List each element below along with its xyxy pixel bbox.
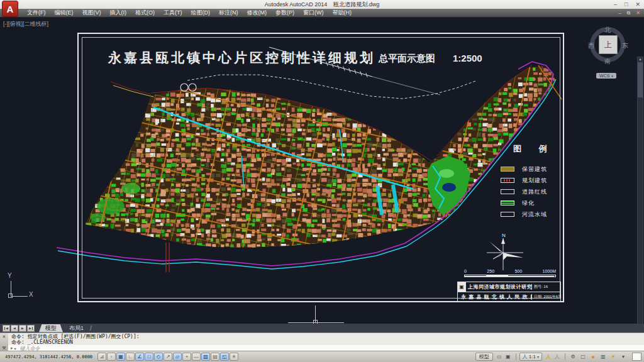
performance-icon[interactable]: ● <box>589 353 597 361</box>
wcs-label: WCS <box>599 74 609 78</box>
command-close-icon[interactable]: ✕ <box>3 334 6 339</box>
menu-item[interactable]: 修改(M) <box>243 9 272 18</box>
autocad-logo-button[interactable]: A <box>2 1 18 17</box>
ucs-x-label: X <box>29 291 33 298</box>
legend-label: 河流水域 <box>522 211 547 219</box>
tab-layout1[interactable]: 布局1 <box>63 324 90 332</box>
workspace-gear-icon[interactable]: ⚙ <box>569 353 577 361</box>
ortho-mode-toggle[interactable]: ∟ <box>126 353 135 361</box>
doc-restore-button[interactable]: ⧉ <box>627 10 631 16</box>
dynamic-ucs-toggle[interactable]: ▱ <box>173 353 182 361</box>
view-cube[interactable]: 北 南 西 东 上 <box>587 24 630 67</box>
tab-model[interactable]: 模型 <box>39 324 63 332</box>
quick-properties-toggle[interactable]: ▤ <box>211 353 219 361</box>
scale-bar-label: 0 <box>464 269 467 273</box>
selection-cycling-toggle[interactable]: ◱ <box>220 353 229 361</box>
first-tab-button[interactable]: ◀ <box>3 325 10 332</box>
prev-tab-button[interactable]: ◀ <box>11 325 18 332</box>
logo-menu-caret-icon[interactable]: ▾ <box>19 5 21 9</box>
menu-bar: 文件(F)编辑(E)视图(V)插入(I)格式(O)工具(T)绘图(D)标注(N)… <box>0 9 644 18</box>
scroll-up-icon[interactable]: ▲ <box>638 57 642 61</box>
transparency-toggle[interactable]: ▨ <box>201 353 210 361</box>
annotation-visibility-icon[interactable]: 人 <box>544 353 553 361</box>
menu-item[interactable]: 工具(T) <box>159 9 187 18</box>
menu-item[interactable]: 视图(V) <box>78 9 106 18</box>
legend-item: 道路红线 <box>497 186 572 197</box>
viewcube-west-label[interactable]: 西 <box>588 41 594 50</box>
legend-swatch <box>501 200 514 206</box>
title-bar: Autodesk AutoCAD 2014 瓯北道路规划.dwg – □ ✕ <box>0 0 644 9</box>
wcs-dropdown[interactable]: WCS ▾ <box>596 73 616 79</box>
legend-swatch <box>501 212 514 217</box>
isolate-objects-icon[interactable]: ☀ <box>609 353 618 361</box>
legend-item: 河流水域 <box>497 209 572 220</box>
annotation-monitor-toggle[interactable]: ✳ <box>230 353 238 361</box>
scale-bar-graphic <box>464 275 556 277</box>
tab-nav-buttons: ◀◀▶▶ <box>3 325 35 332</box>
menu-item[interactable]: 标注(N) <box>214 9 243 18</box>
menu-item[interactable]: 插入(I) <box>106 9 131 18</box>
object-snap-toggle[interactable]: □ <box>145 353 153 361</box>
coordinates-display[interactable]: 497472.4294, 3101442.4256, 0.0000 <box>3 354 97 359</box>
lineweight-toggle[interactable]: — <box>192 353 201 361</box>
legend-title: 图 例 <box>513 143 572 155</box>
tab-separator: / <box>90 325 92 332</box>
menu-item[interactable]: 帮助(H) <box>328 9 357 18</box>
quick-view-drawings-icon[interactable]: ▭ <box>495 353 504 361</box>
grid-display-toggle[interactable]: ▦ <box>116 353 125 361</box>
doc-minimize-button[interactable]: – <box>618 10 621 16</box>
viewport-controls[interactable]: [-][俯视][二维线框] <box>3 20 48 28</box>
document-name: 瓯北道路规划.dwg <box>333 1 379 9</box>
menu-item[interactable]: 文件(F) <box>23 9 50 18</box>
dynamic-input-toggle[interactable]: + <box>182 353 191 361</box>
viewcube-east-label[interactable]: 东 <box>622 41 628 50</box>
scrollbar-thumb[interactable] <box>638 62 643 97</box>
viewcube-north-label[interactable]: 北 <box>604 26 611 35</box>
command-caret-icon: ▾ <box>14 346 16 351</box>
model-space-button[interactable]: 模型 <box>475 353 493 361</box>
viewcube-south-label[interactable]: 南 <box>604 57 611 66</box>
3d-object-snap-toggle[interactable]: ◇ <box>154 353 163 361</box>
toolbar-lock-icon[interactable]: ▢ <box>579 353 587 361</box>
clean-screen-button[interactable] <box>632 353 641 361</box>
infer-constraints-toggle[interactable]: ⊿ <box>97 353 106 361</box>
vertical-scrollbar[interactable]: ▲ ▼ <box>637 57 643 324</box>
legend-label: 规划建筑 <box>522 177 547 185</box>
legend-swatch <box>501 167 514 172</box>
menu-item[interactable]: 绘图(D) <box>187 9 215 18</box>
annotation-scale-caret-icon: ▾ <box>537 354 539 359</box>
command-window[interactable]: ✕ ⚒ 命令: 指定对角点或 [栏选(F)/圈围(WP)/圈交(CP)]:命令:… <box>0 332 644 351</box>
annotation-scale-value: 1:1 <box>529 354 536 359</box>
object-snap-tracking-toggle[interactable]: ↗ <box>164 353 172 361</box>
doc-close-button[interactable]: ✕ <box>636 10 640 16</box>
drawing-area[interactable]: [-][俯视][二维线框] 永嘉县瓯北镇中心片区控制性详细规划 总平面示意图 1… <box>0 18 644 324</box>
autocad-window: Autodesk AutoCAD 2014 瓯北道路规划.dwg – □ ✕ A… <box>0 0 644 362</box>
quick-view-layouts-icon[interactable]: ▣ <box>504 353 513 361</box>
viewcube-top-face[interactable]: 上 <box>599 35 618 54</box>
status-menu-caret-icon[interactable]: ▾ <box>619 353 628 361</box>
window-maximize-button[interactable]: □ <box>625 1 628 8</box>
institute-logo-icon: ▣ <box>458 282 466 292</box>
command-prompt-icon: ▸ <box>11 346 13 351</box>
annotation-scale-icon: 人 <box>523 353 528 360</box>
status-bar: 497472.4294, 3101442.4256, 0.0000 ⊿▫▦∟∠□… <box>0 351 644 362</box>
scale-text: 1:2500 <box>453 53 482 65</box>
window-close-button[interactable]: ✕ <box>635 1 640 8</box>
clean-screen-monitor-icon[interactable]: ▥ <box>599 353 608 361</box>
legend-swatch <box>501 178 514 183</box>
window-minimize-button[interactable]: – <box>614 1 617 8</box>
command-customize-icon[interactable]: ⚒ <box>2 346 6 350</box>
next-tab-button[interactable]: ▶ <box>19 325 26 332</box>
annotation-scale-button[interactable]: 人 1:1 ▾ <box>519 353 542 361</box>
menu-item[interactable]: 格式(O) <box>131 9 159 18</box>
legend-item: 绿化 <box>497 197 572 209</box>
menu-item[interactable]: 窗口(W) <box>299 9 328 18</box>
command-side-strip: ✕ ⚒ <box>0 333 8 351</box>
menu-item[interactable]: 参数(P) <box>271 9 299 18</box>
scale-bar-label: 500 <box>514 269 522 273</box>
annotation-autoscale-icon[interactable]: 人 <box>553 353 562 361</box>
polar-tracking-toggle[interactable]: ∠ <box>135 353 144 361</box>
last-tab-button[interactable]: ▶ <box>27 325 35 332</box>
menu-item[interactable]: 编辑(E) <box>50 9 78 18</box>
snap-mode-toggle[interactable]: ▫ <box>107 353 116 361</box>
